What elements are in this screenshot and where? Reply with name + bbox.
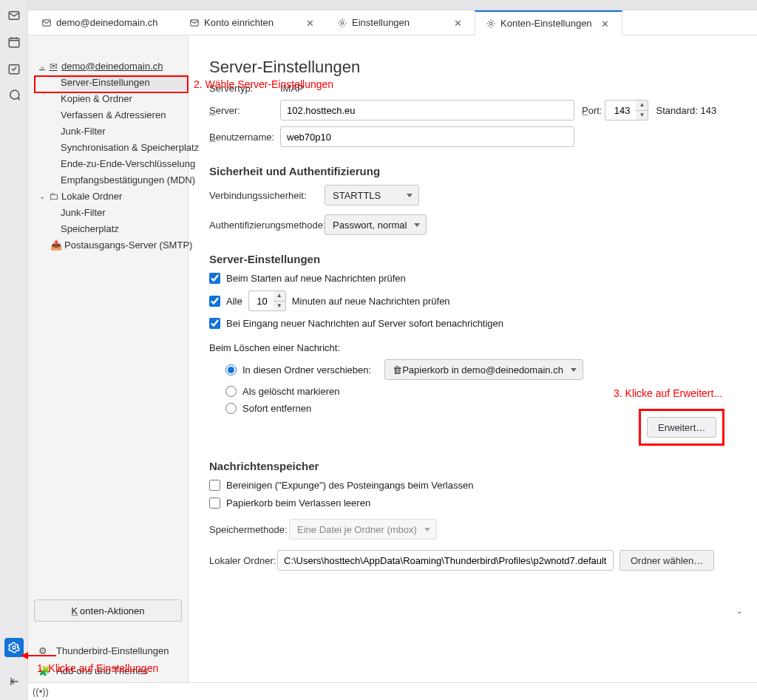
- label-storage: Speichermethode:: [209, 524, 289, 535]
- close-icon[interactable]: ✕: [306, 18, 316, 28]
- interval-down[interactable]: ▼: [274, 301, 285, 310]
- label-connsec: Verbindungssicherheit:: [209, 190, 325, 201]
- port-input[interactable]: [605, 100, 636, 120]
- interval-input[interactable]: [248, 290, 274, 311]
- label-username: Benutzername:: [209, 132, 280, 143]
- gear-icon: [337, 18, 347, 28]
- tab-settings[interactable]: Einstellungen ✕: [327, 10, 475, 35]
- server-settings-heading: Server-Einstellungen: [209, 253, 729, 265]
- trash-folder-select[interactable]: 🗑 Papierkorb in demo@deinedomain.ch: [384, 359, 583, 380]
- tab-label: demo@deinedomain.ch: [56, 17, 169, 28]
- mail-icon: ✉: [47, 61, 59, 72]
- svg-point-6: [341, 21, 344, 24]
- collapse-icon[interactable]: [6, 673, 22, 690]
- mail-icon: [189, 18, 200, 28]
- storage-select: Eine Datei je Ordner (mbox): [289, 519, 437, 540]
- annotation-arrow: [21, 650, 56, 662]
- tab-mail-account[interactable]: demo@deinedomain.ch: [31, 10, 179, 35]
- tree-item-junk[interactable]: Junk-Filter: [61, 123, 188, 139]
- titlebar: [28, 0, 757, 10]
- check-expunge[interactable]: [209, 480, 220, 491]
- annotation-1: 1. Klicke auf Einstellungen: [37, 662, 158, 674]
- advanced-button[interactable]: Erweitert…: [647, 417, 716, 438]
- local-dir-input[interactable]: [277, 550, 614, 571]
- tree-item-compose[interactable]: Verfassen & Adressieren: [61, 106, 188, 123]
- tree-item-local-disk[interactable]: Speicherplatz: [61, 220, 188, 237]
- label-port: Port:: [582, 105, 602, 116]
- tab-label: Konten-Einstellungen: [500, 18, 597, 29]
- auth-select[interactable]: Passwort, normal: [325, 214, 427, 235]
- label-localdir: Lokaler Ordner:: [209, 555, 277, 566]
- tasks-space-icon[interactable]: [6, 61, 22, 77]
- check-notify[interactable]: [209, 318, 220, 329]
- standard-port-label: Standard: 143: [656, 105, 716, 116]
- check-startup-label: Beim Starten auf neue Nachrichten prüfen: [226, 273, 406, 284]
- tabstrip: demo@deinedomain.ch Konto einrichten ✕ E…: [28, 10, 757, 35]
- page-title: Server-Einstellungen: [209, 58, 729, 77]
- tree-item-smtp[interactable]: 📤Postausgangs-Server (SMTP): [50, 237, 188, 253]
- svg-marker-9: [21, 652, 28, 659]
- server-input[interactable]: [280, 100, 574, 120]
- gear-icon: [486, 18, 496, 29]
- calendar-space-icon[interactable]: [6, 34, 22, 50]
- send-icon: 📤: [50, 239, 62, 251]
- username-input[interactable]: [280, 126, 574, 147]
- svg-point-3: [13, 646, 16, 649]
- close-icon[interactable]: ✕: [601, 18, 611, 29]
- check-interval[interactable]: [209, 296, 220, 307]
- svg-point-7: [489, 22, 492, 25]
- connsec-select[interactable]: STARTTLS: [325, 185, 419, 205]
- tab-account-settings[interactable]: Konten-Einstellungen ✕: [475, 10, 622, 35]
- annotation-3: 3. Klicke auf Erweitert...: [614, 387, 722, 399]
- trash-icon: 🗑: [393, 364, 402, 376]
- thunderbird-settings-link[interactable]: ⚙Thunderbird-Einstellungen: [34, 641, 182, 661]
- label-server: Server:: [209, 105, 280, 116]
- tree-account[interactable]: ⌄✉demo@deinedomain.ch: [28, 58, 188, 74]
- radio-mark-deleted[interactable]: [225, 386, 237, 397]
- spaces-toolbar: [0, 0, 28, 700]
- folder-icon: 🗀: [47, 191, 59, 202]
- label-auth: Authentifizierungsmethode:: [209, 220, 325, 231]
- delete-label: Beim Löschen einer Nachricht:: [209, 342, 729, 353]
- tree-item-sync[interactable]: Synchronisation & Speicherplatz: [61, 139, 188, 155]
- account-actions-button[interactable]: Konten-Aktionen⌄: [34, 599, 182, 622]
- online-icon[interactable]: ((•)): [33, 686, 49, 697]
- svg-rect-1: [9, 38, 19, 47]
- tab-label: Konto einrichten: [204, 17, 302, 28]
- storage-heading: Nachrichtenspeicher: [209, 460, 729, 472]
- chat-space-icon[interactable]: [6, 87, 22, 103]
- radio-trash[interactable]: [225, 364, 237, 376]
- tree-item-e2e[interactable]: Ende-zu-Ende-Verschlüsselung: [61, 155, 188, 171]
- choose-folder-button[interactable]: Ordner wählen…: [619, 550, 714, 571]
- main-panel: Server-Einstellungen Servertyp:IMAP Serv…: [189, 35, 757, 682]
- port-down[interactable]: ▼: [636, 110, 648, 120]
- interval-up[interactable]: ▲: [274, 291, 285, 301]
- check-startup[interactable]: [209, 273, 220, 284]
- annotation-box-3: Erweitert…: [639, 409, 724, 446]
- port-up[interactable]: ▲: [636, 101, 648, 110]
- check-empty-trash[interactable]: [209, 497, 220, 509]
- tree-item-local-junk[interactable]: Junk-Filter: [61, 204, 188, 220]
- sidebar: ⌄✉demo@deinedomain.ch Server-Einstellung…: [28, 35, 189, 682]
- radio-remove[interactable]: [225, 403, 237, 414]
- statusbar: ((•)): [28, 682, 757, 700]
- accounts-tree: ⌄✉demo@deinedomain.ch Server-Einstellung…: [28, 35, 188, 592]
- mail-icon: [41, 18, 52, 28]
- tree-item-mdn[interactable]: Empfangsbestätigungen (MDN): [61, 171, 188, 188]
- annotation-2: 2. Wähle Server-Einstellungen: [194, 78, 333, 90]
- close-icon[interactable]: ✕: [454, 18, 464, 28]
- security-heading: Sicherheit und Authentifizierung: [209, 165, 729, 177]
- mail-space-icon[interactable]: [6, 7, 22, 24]
- annotation-box-2: [34, 75, 189, 93]
- tab-label: Einstellungen: [352, 17, 449, 28]
- tab-setup[interactable]: Konto einrichten ✕: [179, 10, 327, 35]
- tree-local-folders[interactable]: ⌄🗀Lokale Ordner: [28, 188, 188, 204]
